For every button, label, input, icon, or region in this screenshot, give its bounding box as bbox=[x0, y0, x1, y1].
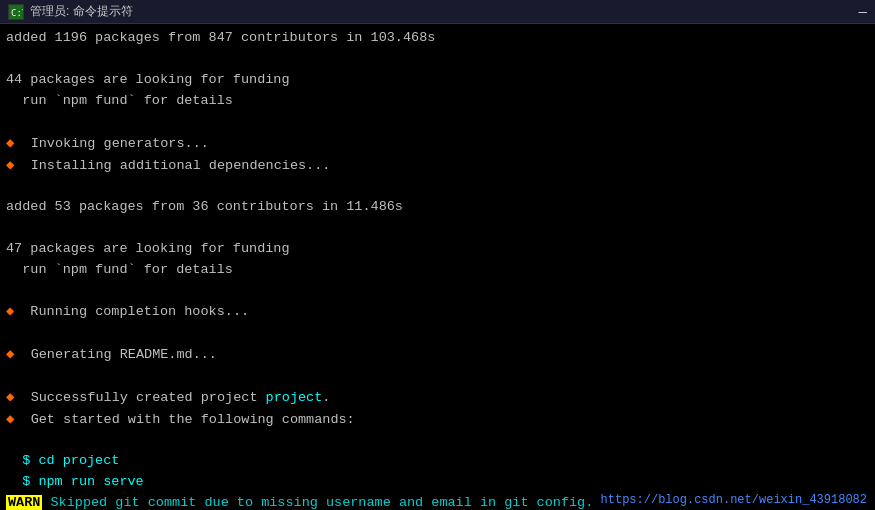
diamond-icon-2: ◆ bbox=[6, 157, 14, 173]
line-12: ◆ Get started with the following command… bbox=[6, 409, 869, 431]
warn-text-1: Skipped git commit due to missing userna… bbox=[42, 495, 593, 510]
and-word: and bbox=[399, 495, 423, 510]
cmd-cd: $ cd project bbox=[22, 453, 119, 468]
line-9: ◆ Running completion hooks... bbox=[6, 302, 869, 323]
line-blank-1 bbox=[6, 49, 869, 70]
line-blank-6 bbox=[6, 323, 869, 344]
cmd-icon: C:\ bbox=[8, 4, 24, 20]
line-blank-4 bbox=[6, 218, 869, 239]
line-11: ◆ Successfully created project project. bbox=[6, 387, 869, 409]
diamond-icon-5: ◆ bbox=[6, 411, 14, 427]
svg-text:C:\: C:\ bbox=[11, 8, 23, 18]
bottom-bar: https://blog.csdn.net/weixin_43918082 bbox=[593, 488, 875, 510]
line-blank-8 bbox=[6, 431, 869, 452]
line-1: added 1196 packages from 847 contributor… bbox=[6, 28, 869, 49]
running-icon: ◆ bbox=[6, 304, 14, 319]
line-2: 44 packages are looking for funding bbox=[6, 70, 869, 91]
line-13: $ cd project bbox=[6, 451, 869, 472]
diamond-icon-4: ◆ bbox=[6, 389, 14, 405]
cmd-serve: $ npm run serve bbox=[22, 474, 144, 489]
minimize-button[interactable]: — bbox=[859, 4, 867, 20]
line-blank-5 bbox=[6, 281, 869, 302]
blog-link[interactable]: https://blog.csdn.net/weixin_43918082 bbox=[601, 493, 867, 507]
line-blank-2 bbox=[6, 112, 869, 133]
line-8: run `npm fund` for details bbox=[6, 260, 869, 281]
title-bar-left: C:\ 管理员: 命令提示符 bbox=[8, 3, 133, 20]
line-4: ◆ Invoking generators... bbox=[6, 133, 869, 155]
line-10: ◆ Generating README.md... bbox=[6, 344, 869, 366]
warn-badge: WARN bbox=[6, 495, 42, 510]
terminal: added 1196 packages from 847 contributor… bbox=[0, 24, 875, 510]
line-6: added 53 packages from 36 contributors i… bbox=[6, 197, 869, 218]
title-bar: C:\ 管理员: 命令提示符 — bbox=[0, 0, 875, 24]
line-3: run `npm fund` for details bbox=[6, 91, 869, 112]
title-bar-title: 管理员: 命令提示符 bbox=[30, 3, 133, 20]
line-7: 47 packages are looking for funding bbox=[6, 239, 869, 260]
line-blank-7 bbox=[6, 366, 869, 387]
diamond-icon-1: ◆ bbox=[6, 135, 14, 151]
line-blank-3 bbox=[6, 176, 869, 197]
project-link: project bbox=[266, 390, 323, 405]
line-5: ◆ Installing additional dependencies... bbox=[6, 155, 869, 177]
diamond-icon-3: ◆ bbox=[6, 346, 14, 362]
